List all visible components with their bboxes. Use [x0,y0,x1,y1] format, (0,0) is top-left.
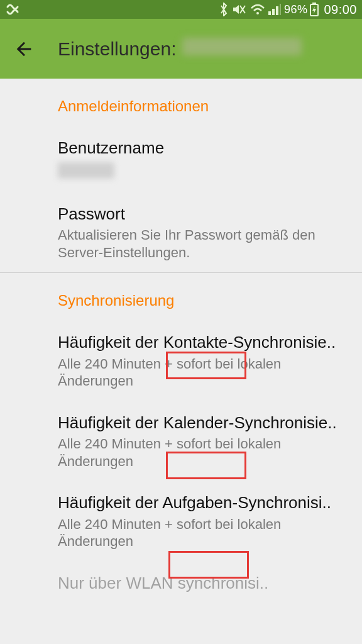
svg-rect-3 [268,11,271,15]
row-title: Benutzername [58,138,347,158]
section-header: Synchronisierung [0,292,362,309]
row-title: Häufigkeit der Kontakte-Synchronisie.. [58,332,347,353]
row-calendar-sync[interactable]: Häufigkeit der Kalender-Synchronisie.. A… [0,401,362,482]
battery-charging-icon [310,3,319,16]
row-subtitle: Aktualisieren Sie Ihr Passwort gemäß den… [58,226,347,261]
row-wifi-only-sync[interactable]: Nur über WLAN synchronisi.. [0,562,362,594]
row-tasks-sync[interactable]: Häufigkeit der Aufgaben-Synchronisi.. Al… [0,481,362,562]
back-button[interactable] [5,30,43,68]
battery-percent-text: 96% [284,3,308,16]
status-app-icon [5,3,20,16]
header-title-text: Einstellungen: [58,38,176,60]
row-username[interactable]: Benutzername [0,126,362,192]
app-header: Einstellungen: [0,19,362,79]
svg-rect-4 [272,9,275,15]
settings-content: Anmeldeinformationen Benutzername Passwo… [0,79,362,593]
row-subtitle: Alle 240 Minuten + sofort bei lokalen Än… [58,355,347,390]
row-title: Nur über WLAN synchronisi.. [58,573,347,594]
svg-rect-5 [276,6,278,15]
section-credentials: Anmeldeinformationen Benutzername Passwo… [0,79,362,272]
header-account-redacted [182,38,302,55]
mute-vibrate-icon [231,3,248,16]
row-title: Häufigkeit der Kalender-Synchronisie.. [58,413,347,433]
section-sync: Synchronisierung Häufigkeit der Kontakte… [0,273,362,593]
row-contacts-sync[interactable]: Häufigkeit der Kontakte-Synchronisie.. A… [0,321,362,401]
row-subtitle: Alle 240 Minuten + sofort bei lokalen Än… [58,435,347,470]
clock-text: 09:00 [324,3,357,17]
svg-point-2 [256,12,259,14]
wifi-icon [250,3,265,16]
signal-icon [268,3,282,16]
section-header: Anmeldeinformationen [0,97,362,115]
arrow-left-icon [13,38,35,60]
android-status-bar: 96% 09:00 [0,0,362,19]
row-title: Häufigkeit der Aufgaben-Synchronisi.. [58,492,347,513]
row-title: Passwort [58,204,347,225]
svg-rect-8 [312,3,316,4]
row-subtitle: Alle 240 Minuten + sofort bei lokalen Än… [58,516,347,550]
username-value-redacted [58,162,114,179]
bluetooth-icon [219,3,229,16]
svg-rect-6 [280,4,281,15]
row-password[interactable]: Passwort Aktualisieren Sie Ihr Passwort … [0,192,362,273]
